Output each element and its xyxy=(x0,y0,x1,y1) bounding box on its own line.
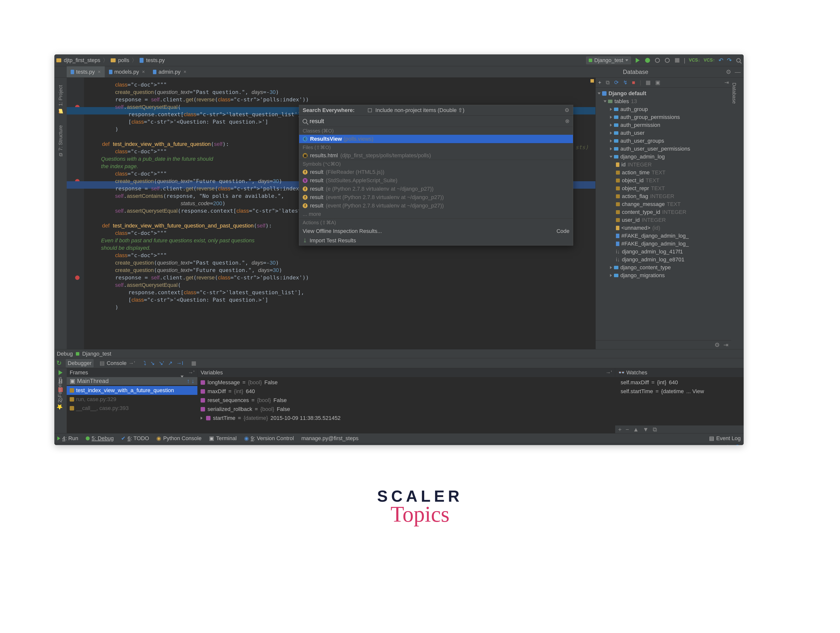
clear-icon[interactable]: ⊗ xyxy=(565,118,570,124)
search-result-symbol[interactable]: fresult (event (Python 2.7.8 virtualenv … xyxy=(299,201,573,210)
table-row[interactable]: auth_permission xyxy=(596,121,731,129)
column-row[interactable]: action_flag INTEGER xyxy=(596,192,731,200)
vcs-tool-button[interactable]: ◉9: Version Control xyxy=(244,435,294,442)
caret-position[interactable]: 34:9 xyxy=(638,445,649,445)
close-icon[interactable]: × xyxy=(183,69,186,75)
fk-row[interactable]: #FAKE_django_admin_log_ xyxy=(596,232,731,240)
git-branch[interactable]: Git: master xyxy=(690,445,717,445)
inspection-indicator[interactable] xyxy=(591,79,594,82)
column-row[interactable]: object_repr TEXT xyxy=(596,184,731,192)
rerun-button[interactable] xyxy=(58,370,63,375)
debug-button[interactable] xyxy=(644,57,651,63)
chevron-down-icon[interactable] xyxy=(609,156,613,158)
profiler-button[interactable] xyxy=(664,57,671,63)
database-tool-button[interactable]: Database xyxy=(731,78,737,104)
chevron-right-icon[interactable] xyxy=(610,147,612,150)
more-icon[interactable]: ⇥ xyxy=(723,342,728,348)
status-message[interactable]: Tests Failed: 4 passed, 3 failed (4 minu… xyxy=(63,445,177,445)
table-row[interactable]: auth_user_user_permissions xyxy=(596,145,731,153)
variable-row[interactable]: maxDiff = {int} 640 xyxy=(197,387,615,396)
variable-row[interactable]: longMessage = {bool} False xyxy=(197,378,615,387)
index-row[interactable]: i↓django_admin_log_e8701 xyxy=(596,256,731,264)
remove-watch-button[interactable]: − xyxy=(625,426,629,433)
variable-row[interactable]: startTime = {datetime} 2015-10-09 11:38:… xyxy=(197,414,615,423)
collapse-button[interactable]: ⇥ xyxy=(725,79,729,86)
editor-tab-tests[interactable]: tests.py × xyxy=(67,66,105,78)
chevron-right-icon[interactable] xyxy=(610,116,612,119)
table-row[interactable]: django_migrations xyxy=(596,272,731,279)
chevron-right-icon[interactable] xyxy=(201,417,202,419)
db-tree[interactable]: Django default tables 13 auth_groupauth_… xyxy=(596,87,731,340)
breadcrumb-file[interactable]: tests.py xyxy=(146,57,165,63)
refresh-button[interactable]: ⟳ xyxy=(614,79,619,86)
prev-frame-button[interactable]: ↑ xyxy=(187,378,190,384)
close-icon[interactable]: × xyxy=(98,69,101,75)
inspector-icon[interactable]: 👤 xyxy=(734,445,741,445)
vcs-commit-icon[interactable]: VCS↑ xyxy=(704,58,715,63)
console-button[interactable]: ▣ xyxy=(655,79,660,86)
stack-frame[interactable]: test_index_view_with_a_future_question xyxy=(67,386,197,395)
resume-button[interactable]: ↻ xyxy=(56,359,62,367)
python-console-button[interactable]: ◉Python Console xyxy=(156,435,201,442)
search-result-symbol[interactable]: fresult (e (Python 2.7.8 virtualenv at ~… xyxy=(299,185,573,193)
index-row[interactable]: i↓django_admin_log_417f1 xyxy=(596,248,731,256)
chevron-right-icon[interactable] xyxy=(610,274,612,277)
column-row[interactable]: user_id INTEGER xyxy=(596,216,731,224)
stop-button[interactable]: ■ xyxy=(632,79,635,86)
table-row[interactable]: django_content_type xyxy=(596,264,731,272)
console-tab[interactable]: ▤Console →' xyxy=(98,359,137,367)
step-into-button[interactable]: ↘ xyxy=(150,360,155,366)
terminal-button[interactable]: ▣Terminal xyxy=(209,435,237,442)
stop-button[interactable] xyxy=(674,57,681,63)
project-tool-button[interactable]: 📁 1: Project xyxy=(58,85,63,115)
breadcrumb-root[interactable]: djtp_first_steps xyxy=(64,57,100,63)
stack-frame[interactable]: run, case.py:329 xyxy=(67,395,197,404)
search-result-symbol[interactable]: Vresult (StdSuites.AppleScript_Suite) xyxy=(299,176,573,185)
run-tool-button[interactable]: 4: Run xyxy=(57,435,78,442)
line-separator[interactable]: LF xyxy=(653,445,660,445)
move-up-button[interactable]: ▲ xyxy=(633,426,639,433)
minimize-icon[interactable]: →' xyxy=(188,369,194,376)
table-row[interactable]: auth_group xyxy=(596,105,731,113)
watch-row[interactable]: self.startTime = {datetime ... View xyxy=(615,387,744,396)
column-row[interactable]: content_type_id INTEGER xyxy=(596,208,731,216)
duplicate-button[interactable]: ⧉ xyxy=(606,79,610,86)
checkbox[interactable] xyxy=(368,108,372,112)
search-button[interactable] xyxy=(735,57,742,63)
column-row[interactable]: action_time TEXT xyxy=(596,169,731,177)
structure-tool-button[interactable]: ⧉ 7: Structure xyxy=(58,125,63,158)
watch-row[interactable]: self.maxDiff = {int} 640 xyxy=(615,378,744,387)
gear-icon[interactable]: ⚙ xyxy=(726,68,731,75)
table-row[interactable]: auth_user xyxy=(596,129,731,137)
action-import-results[interactable]: ⤓ Import Test Results xyxy=(299,236,573,245)
run-button[interactable] xyxy=(635,57,641,63)
step-into-my-button[interactable]: ↘' xyxy=(159,360,164,366)
search-result-class[interactable]: C ResultsView (polls.views) xyxy=(299,135,573,143)
undo-button[interactable]: ↶ xyxy=(718,57,723,64)
search-result-symbol[interactable]: fresult (FileReader (HTML5.js)) xyxy=(299,168,573,176)
move-down-button[interactable]: ▼ xyxy=(643,426,649,433)
search-result-symbol[interactable]: fresult (event (Python 2.7.8 virtualenv … xyxy=(299,193,573,201)
chevron-right-icon[interactable] xyxy=(610,139,612,142)
variables-list[interactable]: longMessage = {bool} FalsemaxDiff = {int… xyxy=(197,377,615,433)
todo-tool-button[interactable]: ✔6: TODO xyxy=(121,435,149,442)
frames-list[interactable]: test_index_view_with_a_future_questionru… xyxy=(67,385,197,433)
debugger-tab[interactable]: Debugger xyxy=(66,359,94,367)
close-icon[interactable]: × xyxy=(142,69,145,75)
evaluate-button[interactable]: ▦ xyxy=(191,360,196,366)
table-row[interactable]: auth_group_permissions xyxy=(596,113,731,121)
chevron-right-icon[interactable] xyxy=(610,266,612,269)
event-log-button[interactable]: ▤Event Log xyxy=(709,435,741,442)
run-to-cursor-button[interactable]: →I xyxy=(177,360,183,366)
chevron-right-icon[interactable] xyxy=(610,123,612,127)
chevron-right-icon[interactable] xyxy=(610,108,612,111)
column-row[interactable]: object_id TEXT xyxy=(596,177,731,184)
table-view-button[interactable]: ▦ xyxy=(646,79,651,86)
watches-list[interactable]: self.maxDiff = {int} 640self.startTime =… xyxy=(615,377,744,425)
breadcrumb-folder[interactable]: polls xyxy=(118,57,129,63)
chevron-right-icon[interactable] xyxy=(610,131,612,135)
breakpoint-icon[interactable] xyxy=(75,275,79,280)
minimize-icon[interactable]: →' xyxy=(606,369,612,376)
stack-frame[interactable]: __call__, case.py:393 xyxy=(67,404,197,413)
search-input[interactable] xyxy=(309,118,562,125)
